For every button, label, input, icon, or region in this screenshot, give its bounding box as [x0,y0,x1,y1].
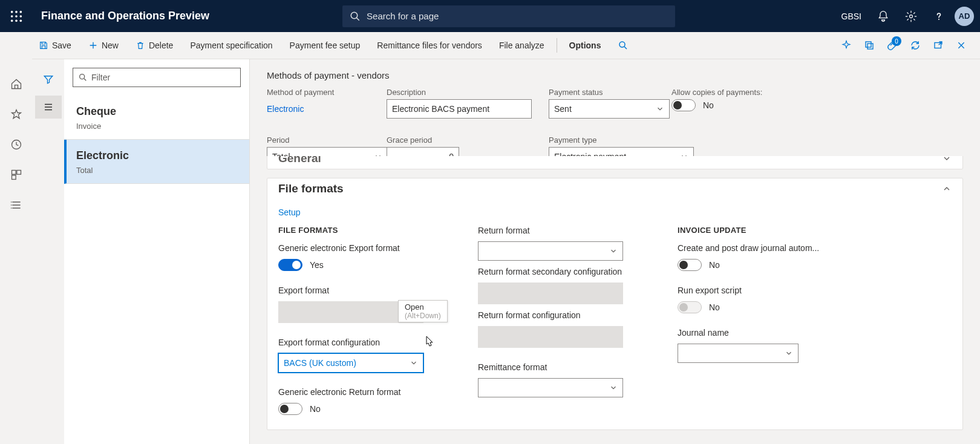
return-secondary-label: Return format secondary configuration [478,267,653,276]
list-filter-input[interactable]: Filter [73,68,241,87]
svg-point-5 [19,15,22,18]
copilot-icon[interactable] [836,35,857,56]
delete-button[interactable]: Delete [127,32,181,59]
method-of-payment-link[interactable]: Electronic [267,99,370,119]
payment-status-select[interactable]: Sent [549,99,670,119]
svg-rect-15 [866,42,871,47]
left-rail [0,32,32,444]
svg-point-1 [15,10,18,13]
chevron-down-icon [609,384,618,392]
chevron-down-icon [942,156,952,163]
new-button[interactable]: New [80,32,127,59]
chevron-down-icon [785,349,793,357]
question-icon [933,10,945,22]
allow-copies-toggle[interactable] [671,99,696,111]
return-config-input [478,326,623,348]
options-button[interactable]: Options [561,32,610,59]
close-button[interactable] [951,35,972,56]
chevron-down-icon [609,247,618,255]
save-label: Save [52,41,71,50]
return-secondary-input [478,282,623,304]
file-analyze-button[interactable]: File analyze [491,32,553,59]
period-label: Period [267,135,370,145]
remittance-format-select[interactable] [478,378,623,397]
invoice-update-section-label: INVOICE UPDATE [678,226,853,235]
open-tooltip: Open (Alt+Down) [398,300,448,322]
svg-line-26 [84,79,86,80]
popout-icon[interactable] [928,35,949,56]
file-formats-fasttab-header[interactable]: File formats [267,178,962,199]
rail-favorites[interactable] [7,105,26,124]
avatar[interactable]: AD [955,7,974,26]
svg-point-2 [19,10,22,13]
generic-return-toggle[interactable] [278,403,302,415]
general-title: General [278,156,321,165]
return-format-select[interactable] [478,241,623,261]
list-view-button[interactable] [35,96,62,119]
description-input[interactable]: Electronic BACS payment [387,99,532,119]
svg-point-3 [10,15,13,18]
open-in-new-icon[interactable] [859,35,880,56]
list-item-cheque[interactable]: Cheque Invoice [64,96,249,140]
export-config-label: Export format configuration [278,338,454,347]
new-label: New [102,41,119,50]
payment-specification-button[interactable]: Payment specification [181,32,281,59]
search-input[interactable]: Search for a page [342,5,675,27]
rail-modules[interactable] [7,195,26,215]
save-button[interactable]: Save [30,32,80,59]
return-format-label: Return format [478,226,653,235]
help-button[interactable] [927,2,951,30]
list-icon [43,102,54,113]
list-item-electronic[interactable]: Electronic Total [64,140,249,184]
remittance-format-label: Remittance format [478,362,653,372]
general-fasttab-header[interactable]: General [267,156,962,169]
svg-point-8 [19,19,22,22]
rail-recent[interactable] [7,135,26,154]
svg-rect-16 [867,44,873,49]
page-title: Methods of payment - vendors [267,70,963,80]
company-code[interactable]: GBSI [841,11,861,21]
rail-home[interactable] [7,74,26,94]
notifications-button[interactable] [871,2,895,30]
export-format-configuration-select[interactable]: BACS (UK custom) [278,353,423,373]
create-post-label: Create and post draw journal autom... [678,243,853,253]
find-button[interactable] [609,32,637,59]
generic-export-toggle[interactable] [278,259,302,271]
svg-point-0 [10,10,13,13]
gen-export-label: Generic electronic Export format [278,243,454,253]
chevron-down-icon [410,359,418,367]
list-item-title: Cheque [76,105,237,118]
file-formats-section-label: FILE FORMATS [278,226,454,235]
rail-workspaces[interactable] [7,165,26,184]
create-post-toggle[interactable] [678,259,702,271]
description-label: Description [387,88,532,97]
copies-label: Allow copies of payments: [671,88,792,97]
gen-return-value: No [310,404,321,414]
attachments-icon[interactable] [882,35,903,56]
delete-label: Delete [149,41,173,50]
refresh-icon[interactable] [905,35,926,56]
journal-name-select[interactable] [678,344,799,363]
waffle-icon [10,10,23,23]
grace-label: Grace period [387,135,456,145]
svg-line-14 [625,47,627,49]
create-post-value: No [709,260,720,270]
gear-icon [905,10,917,22]
app-launcher[interactable] [0,0,32,32]
action-divider [557,38,557,53]
remittance-files-button[interactable]: Remittance files for vendors [368,32,491,59]
return-config-label: Return format configuration [478,310,653,320]
payment-fee-setup-button[interactable]: Payment fee setup [281,32,369,59]
search-icon [350,11,361,22]
filter-icon [43,74,54,85]
save-icon [39,41,48,50]
settings-button[interactable] [899,2,923,30]
list-filter-button[interactable] [35,68,62,91]
search-placeholder: Search for a page [367,11,439,21]
setup-link[interactable]: Setup [278,207,301,217]
svg-point-23 [10,204,11,206]
list-panel: Filter Cheque Invoice Electronic Total [64,59,250,444]
search-icon [618,40,629,51]
journal-name-label: Journal name [678,328,853,338]
svg-point-7 [15,19,18,22]
